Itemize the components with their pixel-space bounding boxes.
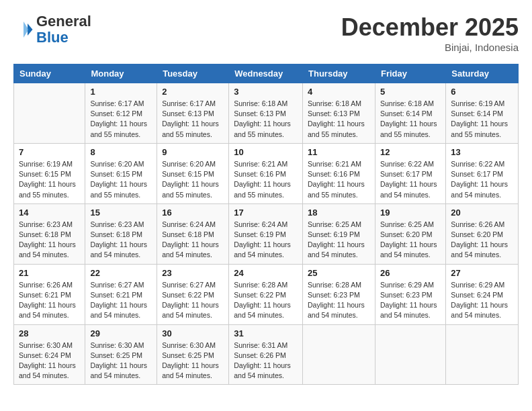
day-number: 4 (308, 87, 370, 97)
day-info: Sunrise: 6:25 AMSunset: 6:19 PMDaylight:… (308, 220, 365, 259)
day-info: Sunrise: 6:27 AMSunset: 6:21 PMDaylight:… (90, 281, 147, 320)
calendar-day-cell: 31 Sunrise: 6:31 AMSunset: 6:26 PMDaylig… (229, 324, 303, 385)
logo-text: General Blue (36, 13, 91, 46)
calendar-day-cell: 3 Sunrise: 6:18 AMSunset: 6:13 PMDayligh… (229, 83, 303, 144)
day-number: 29 (90, 328, 152, 338)
calendar-day-cell: 11 Sunrise: 6:21 AMSunset: 6:16 PMDaylig… (303, 143, 375, 203)
calendar-day-cell: 8 Sunrise: 6:20 AMSunset: 6:15 PMDayligh… (85, 143, 157, 203)
calendar-day-cell: 12 Sunrise: 6:22 AMSunset: 6:17 PMDaylig… (375, 143, 445, 203)
day-number: 12 (380, 147, 441, 157)
day-number: 19 (380, 208, 441, 218)
calendar-day-cell: 26 Sunrise: 6:29 AMSunset: 6:23 PMDaylig… (375, 264, 445, 324)
calendar-week-row: 1 Sunrise: 6:17 AMSunset: 6:12 PMDayligh… (14, 83, 519, 144)
day-info: Sunrise: 6:26 AMSunset: 6:21 PMDaylight:… (19, 281, 76, 320)
day-info: Sunrise: 6:26 AMSunset: 6:20 PMDaylight:… (451, 220, 508, 259)
page-header: General Blue December 2025 Binjai, Indon… (13, 13, 519, 53)
location-text: Binjai, Indonesia (341, 42, 519, 53)
weekday-header-wednesday: Wednesday (229, 64, 303, 83)
calendar-day-cell: 27 Sunrise: 6:29 AMSunset: 6:24 PMDaylig… (446, 264, 519, 324)
day-number: 24 (234, 268, 298, 278)
day-info: Sunrise: 6:17 AMSunset: 6:12 PMDaylight:… (90, 99, 147, 138)
calendar-day-cell (446, 324, 519, 385)
calendar-day-cell: 2 Sunrise: 6:17 AMSunset: 6:13 PMDayligh… (157, 83, 229, 144)
day-number: 9 (162, 147, 224, 157)
day-info: Sunrise: 6:30 AMSunset: 6:25 PMDaylight:… (162, 341, 219, 380)
day-number: 25 (308, 268, 370, 278)
day-number: 26 (380, 268, 441, 278)
day-number: 5 (380, 87, 441, 97)
day-info: Sunrise: 6:23 AMSunset: 6:18 PMDaylight:… (19, 220, 76, 259)
day-number: 13 (451, 147, 513, 157)
calendar-day-cell: 14 Sunrise: 6:23 AMSunset: 6:18 PMDaylig… (14, 203, 85, 264)
calendar-day-cell: 22 Sunrise: 6:27 AMSunset: 6:21 PMDaylig… (85, 264, 157, 324)
day-number: 30 (162, 328, 224, 338)
calendar-day-cell: 9 Sunrise: 6:20 AMSunset: 6:15 PMDayligh… (157, 143, 229, 203)
day-info: Sunrise: 6:30 AMSunset: 6:24 PMDaylight:… (19, 341, 76, 380)
calendar-day-cell: 23 Sunrise: 6:27 AMSunset: 6:22 PMDaylig… (157, 264, 229, 324)
calendar-day-cell: 20 Sunrise: 6:26 AMSunset: 6:20 PMDaylig… (446, 203, 519, 264)
day-info: Sunrise: 6:19 AMSunset: 6:15 PMDaylight:… (19, 160, 76, 199)
calendar-day-cell: 30 Sunrise: 6:30 AMSunset: 6:25 PMDaylig… (157, 324, 229, 385)
day-info: Sunrise: 6:23 AMSunset: 6:18 PMDaylight:… (90, 220, 147, 259)
day-info: Sunrise: 6:27 AMSunset: 6:22 PMDaylight:… (162, 281, 219, 320)
month-title: December 2025 (341, 13, 519, 42)
day-number: 11 (308, 147, 370, 157)
day-info: Sunrise: 6:24 AMSunset: 6:19 PMDaylight:… (234, 220, 291, 259)
calendar-day-cell: 13 Sunrise: 6:22 AMSunset: 6:17 PMDaylig… (446, 143, 519, 203)
day-number: 14 (19, 208, 80, 218)
day-info: Sunrise: 6:31 AMSunset: 6:26 PMDaylight:… (234, 341, 291, 380)
day-number: 15 (90, 208, 152, 218)
calendar-week-row: 28 Sunrise: 6:30 AMSunset: 6:24 PMDaylig… (14, 324, 519, 385)
calendar-week-row: 7 Sunrise: 6:19 AMSunset: 6:15 PMDayligh… (14, 143, 519, 203)
day-info: Sunrise: 6:19 AMSunset: 6:14 PMDaylight:… (451, 99, 508, 138)
day-info: Sunrise: 6:21 AMSunset: 6:16 PMDaylight:… (308, 160, 365, 199)
day-number: 3 (234, 87, 298, 97)
day-number: 22 (90, 268, 152, 278)
logo-icon (13, 19, 34, 40)
calendar-day-cell: 6 Sunrise: 6:19 AMSunset: 6:14 PMDayligh… (446, 83, 519, 144)
day-number: 21 (19, 268, 80, 278)
day-number: 1 (90, 87, 152, 97)
weekday-header-tuesday: Tuesday (157, 64, 229, 83)
calendar-day-cell (14, 83, 85, 144)
day-info: Sunrise: 6:18 AMSunset: 6:14 PMDaylight:… (380, 99, 437, 138)
calendar-table: SundayMondayTuesdayWednesdayThursdayFrid… (13, 64, 519, 385)
day-info: Sunrise: 6:29 AMSunset: 6:23 PMDaylight:… (380, 281, 437, 320)
calendar-day-cell (303, 324, 375, 385)
weekday-header-row: SundayMondayTuesdayWednesdayThursdayFrid… (14, 64, 519, 83)
day-info: Sunrise: 6:22 AMSunset: 6:17 PMDaylight:… (380, 160, 437, 199)
calendar-day-cell: 29 Sunrise: 6:30 AMSunset: 6:25 PMDaylig… (85, 324, 157, 385)
day-number: 6 (451, 87, 513, 97)
day-number: 8 (90, 147, 152, 157)
calendar-day-cell: 17 Sunrise: 6:24 AMSunset: 6:19 PMDaylig… (229, 203, 303, 264)
day-number: 2 (162, 87, 224, 97)
weekday-header-monday: Monday (85, 64, 157, 83)
calendar-day-cell: 19 Sunrise: 6:25 AMSunset: 6:20 PMDaylig… (375, 203, 445, 264)
calendar-day-cell: 4 Sunrise: 6:18 AMSunset: 6:13 PMDayligh… (303, 83, 375, 144)
calendar-day-cell: 21 Sunrise: 6:26 AMSunset: 6:21 PMDaylig… (14, 264, 85, 324)
day-number: 28 (19, 328, 80, 338)
day-number: 7 (19, 147, 80, 157)
calendar-day-cell: 15 Sunrise: 6:23 AMSunset: 6:18 PMDaylig… (85, 203, 157, 264)
day-number: 20 (451, 208, 513, 218)
calendar-day-cell: 1 Sunrise: 6:17 AMSunset: 6:12 PMDayligh… (85, 83, 157, 144)
calendar-week-row: 14 Sunrise: 6:23 AMSunset: 6:18 PMDaylig… (14, 203, 519, 264)
calendar-week-row: 21 Sunrise: 6:26 AMSunset: 6:21 PMDaylig… (14, 264, 519, 324)
day-info: Sunrise: 6:20 AMSunset: 6:15 PMDaylight:… (90, 160, 147, 199)
day-info: Sunrise: 6:24 AMSunset: 6:18 PMDaylight:… (162, 220, 219, 259)
calendar-day-cell: 28 Sunrise: 6:30 AMSunset: 6:24 PMDaylig… (14, 324, 85, 385)
calendar-day-cell: 5 Sunrise: 6:18 AMSunset: 6:14 PMDayligh… (375, 83, 445, 144)
logo-blue-text: Blue (36, 29, 69, 46)
day-info: Sunrise: 6:18 AMSunset: 6:13 PMDaylight:… (234, 99, 291, 138)
day-number: 23 (162, 268, 224, 278)
day-number: 17 (234, 208, 298, 218)
day-number: 18 (308, 208, 370, 218)
day-number: 27 (451, 268, 513, 278)
calendar-day-cell: 24 Sunrise: 6:28 AMSunset: 6:22 PMDaylig… (229, 264, 303, 324)
weekday-header-saturday: Saturday (446, 64, 519, 83)
day-info: Sunrise: 6:17 AMSunset: 6:13 PMDaylight:… (162, 99, 219, 138)
calendar-day-cell: 25 Sunrise: 6:28 AMSunset: 6:23 PMDaylig… (303, 264, 375, 324)
logo-general-text: General (36, 13, 91, 30)
day-info: Sunrise: 6:30 AMSunset: 6:25 PMDaylight:… (90, 341, 147, 380)
calendar-day-cell: 16 Sunrise: 6:24 AMSunset: 6:18 PMDaylig… (157, 203, 229, 264)
